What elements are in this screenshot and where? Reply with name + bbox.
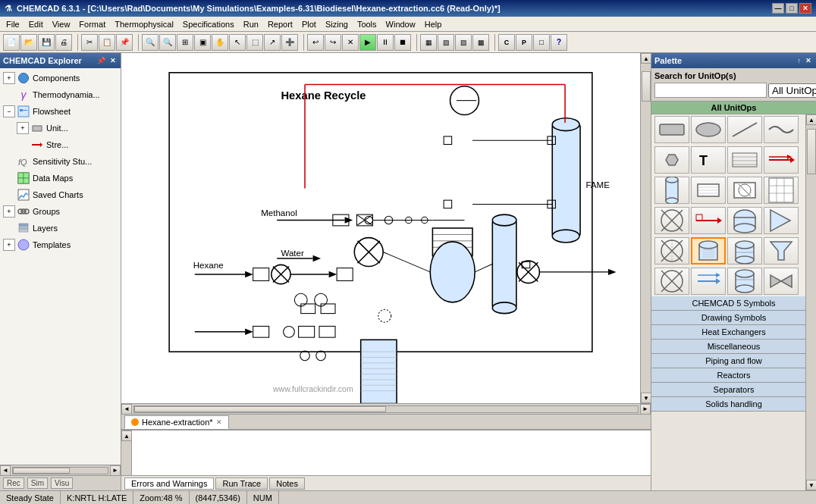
menu-help[interactable]: Help: [420, 18, 447, 30]
expand-flowsheet[interactable]: −: [3, 105, 15, 117]
menu-tools[interactable]: Tools: [353, 18, 381, 30]
add-unit-button[interactable]: ➕: [281, 34, 298, 51]
palette-cat-heatex[interactable]: Heat Exchangers: [651, 325, 816, 340]
palette-icon-valve4[interactable]: [764, 268, 799, 295]
palette-icon-wavy[interactable]: [764, 116, 799, 143]
recent-button[interactable]: Rec: [3, 477, 24, 489]
copy-button[interactable]: 📋: [99, 34, 115, 51]
palette-scroll-thumb[interactable]: [807, 129, 816, 174]
sidebar-scroll-left[interactable]: ◄: [0, 465, 11, 476]
sidebar-hscroll[interactable]: ◄ ►: [0, 465, 121, 475]
report-button[interactable]: ▩: [472, 34, 489, 51]
menu-report[interactable]: Report: [263, 18, 297, 30]
palette-icon-exchanger2[interactable]: [727, 177, 762, 204]
visu-button[interactable]: Visu: [51, 477, 73, 489]
stop-button[interactable]: ⏹: [394, 34, 411, 51]
cut-button[interactable]: ✂: [81, 34, 98, 51]
palette-unitops-dropdown[interactable]: All UnitOps: [768, 83, 816, 98]
palette-icon-line[interactable]: [727, 116, 762, 143]
sidebar-item-sensitivity[interactable]: fQ Sensitivity Stu...: [2, 153, 119, 170]
menu-thermophysical[interactable]: Thermophysical: [110, 18, 178, 30]
run-button[interactable]: ▶: [359, 34, 376, 51]
units-button[interactable]: ▧: [438, 34, 454, 51]
palette-close-button[interactable]: ✕: [804, 57, 813, 64]
palette-cat-reactors[interactable]: Reactors: [651, 368, 816, 383]
maximize-button[interactable]: □: [786, 3, 798, 14]
undo-button[interactable]: ↩: [307, 34, 324, 51]
palette-icon-text[interactable]: T: [691, 146, 726, 174]
sidebar-item-datamaps[interactable]: Data Maps: [2, 170, 119, 186]
sidebar-close-button[interactable]: ✕: [108, 57, 118, 64]
palette-scroll-down[interactable]: ▼: [806, 480, 816, 490]
sidebar-scroll-right[interactable]: ►: [110, 465, 121, 476]
palette-cat-drawing[interactable]: Drawing Symbols: [651, 311, 816, 325]
palette-icon-filter[interactable]: [764, 237, 799, 265]
sidebar-scrollbar-track[interactable]: [12, 467, 108, 474]
streams-button[interactable]: ▦: [420, 34, 437, 51]
menu-plot[interactable]: Plot: [297, 18, 321, 30]
palette-icon-red-arrows[interactable]: [691, 207, 726, 234]
pause-button[interactable]: ⏸: [377, 34, 394, 51]
close-button[interactable]: ✕: [799, 3, 811, 14]
notes-tab[interactable]: Notes: [269, 477, 305, 490]
zoom-fit-button[interactable]: ⊞: [177, 34, 193, 51]
menu-edit[interactable]: Edit: [24, 18, 48, 30]
mini-scroll-up[interactable]: ▲: [121, 430, 132, 441]
errors-tab[interactable]: Errors and Warnings: [124, 477, 214, 490]
results-button[interactable]: ▨: [455, 34, 472, 51]
palette-icon-selected[interactable]: [691, 237, 726, 265]
palette-icon-grid2[interactable]: [764, 177, 799, 204]
palette-icon-arrows[interactable]: [764, 146, 799, 174]
p-button[interactable]: P: [516, 34, 532, 51]
lasso-button[interactable]: ⬚: [246, 34, 263, 51]
canvas-hscroll[interactable]: ◄ ►: [121, 403, 651, 414]
palette-scroll-track[interactable]: [806, 125, 816, 480]
canvas-area[interactable]: Hexane Recycle FAME: [121, 53, 640, 403]
sidebar-item-components[interactable]: + Components: [2, 70, 119, 86]
palette-icon-heat-ex[interactable]: [691, 177, 726, 204]
sidebar-item-savedcharts[interactable]: Saved Charts: [2, 186, 119, 203]
open-button[interactable]: 📂: [20, 34, 37, 51]
sidebar-header-controls[interactable]: 📌 ✕: [96, 57, 118, 64]
cp-button[interactable]: C: [498, 34, 515, 51]
canvas-scroll-down[interactable]: ▼: [641, 393, 651, 403]
menu-window[interactable]: Window: [381, 18, 420, 30]
sidebar-item-unit[interactable]: + Unit...: [2, 120, 119, 136]
palette-pin-button[interactable]: ↑: [796, 57, 803, 64]
sidebar-item-thermodynamics[interactable]: γ Thermodynamia...: [2, 86, 119, 103]
palette-icon-xvalve3[interactable]: [654, 268, 689, 295]
palette-cat-piping[interactable]: Piping and flow: [651, 354, 816, 368]
new-button[interactable]: 📄: [3, 34, 20, 51]
menu-view[interactable]: View: [48, 18, 75, 30]
hscroll-left[interactable]: ◄: [121, 404, 132, 415]
palette-search-input[interactable]: [654, 83, 767, 98]
menu-specifications[interactable]: Specifications: [178, 18, 239, 30]
mini-canvas-vscroll[interactable]: ▲: [121, 430, 132, 475]
canvas-vscroll[interactable]: ▲ ▼: [640, 53, 651, 403]
select-button[interactable]: ↖: [229, 34, 246, 51]
sidebar-scrollbar-thumb[interactable]: [13, 468, 70, 474]
palette-scroll-up[interactable]: ▲: [806, 114, 816, 125]
print-button[interactable]: 🖨: [55, 34, 72, 51]
palette-icon-rect[interactable]: [654, 116, 689, 143]
expand-groups[interactable]: +: [3, 205, 15, 218]
zoom-out-button[interactable]: 🔍: [159, 34, 176, 51]
palette-icon-vessel-tall[interactable]: [654, 177, 689, 204]
palette-icon-xvalve2[interactable]: [654, 237, 689, 265]
palette-icon-ellipse[interactable]: [691, 116, 726, 143]
help-tb-button[interactable]: ?: [551, 34, 567, 51]
zoom-select-button[interactable]: ▣: [194, 34, 211, 51]
vscroll-thumb[interactable]: [642, 71, 651, 102]
mini-canvas-area[interactable]: ▲: [121, 430, 651, 475]
hscroll-right[interactable]: ►: [640, 404, 651, 415]
expand-components[interactable]: +: [3, 72, 15, 84]
palette-icon-pump[interactable]: [764, 207, 799, 234]
spec-button[interactable]: □: [533, 34, 550, 51]
paste-button[interactable]: 📌: [116, 34, 133, 51]
canvas-scroll-up[interactable]: ▲: [641, 53, 651, 64]
palette-icon-vessel3[interactable]: [727, 268, 762, 295]
delete-button[interactable]: ✕: [342, 34, 359, 51]
sidebar-item-flowsheet[interactable]: − Flowsheet: [2, 103, 119, 120]
palette-vscroll[interactable]: ▲ ▼: [805, 114, 816, 490]
palette-cat-separators[interactable]: Separators: [651, 383, 816, 397]
